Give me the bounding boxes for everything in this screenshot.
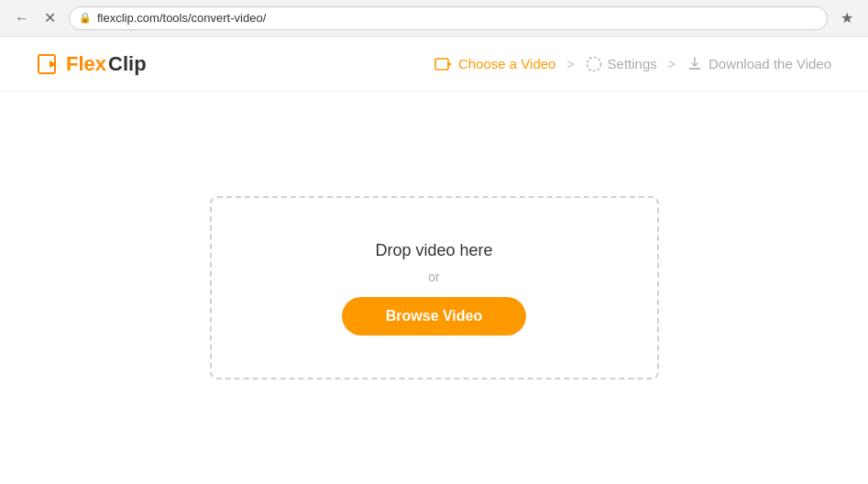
drop-zone[interactable]: Drop video here or Browse Video [210, 196, 659, 380]
choose-video-icon [434, 56, 453, 72]
address-bar[interactable]: 🔒 flexclip.com/tools/convert-video/ [69, 6, 828, 30]
or-text: or [428, 270, 439, 284]
chevron-1: > [566, 57, 574, 72]
logo[interactable]: FlexClip [37, 51, 147, 77]
star-icon: ★ [841, 10, 853, 26]
browse-video-button[interactable]: Browse Video [342, 297, 527, 336]
logo-icon [37, 51, 62, 77]
site-header: FlexClip Choose a Video > [0, 37, 868, 92]
choose-video-label: Choose a Video [458, 56, 555, 72]
main-content: Drop video here or Browse Video [0, 92, 868, 484]
url-text: flexclip.com/tools/convert-video/ [97, 11, 266, 25]
drop-text: Drop video here [375, 241, 492, 260]
download-label: Download the Video [709, 56, 831, 72]
back-button[interactable]: ← [11, 6, 33, 30]
lock-icon: 🔒 [79, 12, 92, 24]
nav-controls: ← ✕ [11, 6, 60, 30]
back-icon: ← [15, 10, 29, 27]
settings-label: Settings [608, 56, 657, 72]
chevron-2: > [668, 57, 676, 72]
svg-marker-3 [448, 61, 452, 66]
page-content: FlexClip Choose a Video > [0, 37, 868, 484]
settings-icon [586, 56, 602, 72]
logo-clip-text: Clip [108, 52, 147, 76]
svg-point-4 [587, 57, 600, 71]
close-icon: ✕ [44, 9, 56, 27]
browser-toolbar: ← ✕ 🔒 flexclip.com/tools/convert-video/ … [0, 0, 868, 37]
svg-rect-2 [435, 59, 448, 70]
step-download-video: Download the Video [687, 56, 831, 72]
step-choose-video[interactable]: Choose a Video [434, 56, 555, 72]
logo-flex-text: Flex [66, 52, 106, 76]
step-settings: Settings [586, 56, 657, 72]
download-icon [687, 56, 703, 72]
close-button[interactable]: ✕ [40, 6, 60, 30]
bookmark-button[interactable]: ★ [837, 6, 857, 30]
steps-nav: Choose a Video > Settings > [434, 56, 831, 72]
